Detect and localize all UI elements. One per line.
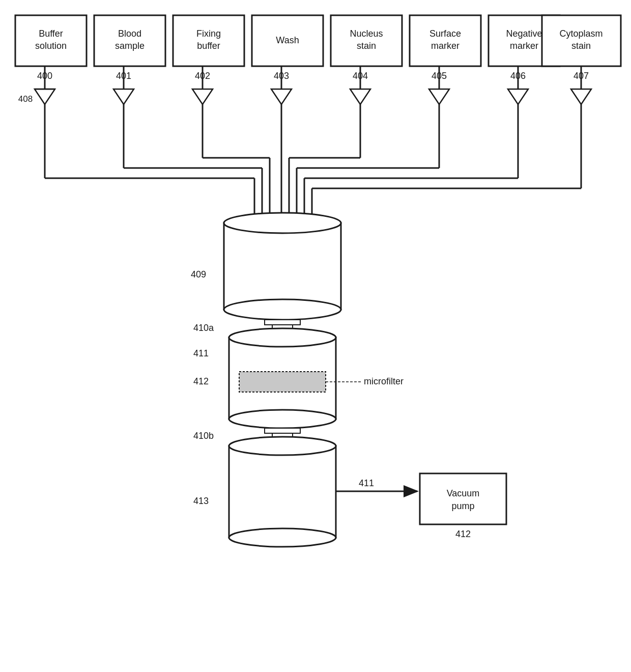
label-surface-marker: Surface — [429, 29, 461, 39]
diagram-container: Buffer solution Blood sample Fixing buff… — [0, 0, 631, 672]
num-410a: 410a — [193, 323, 214, 333]
label-vacuum-pump-2: pump — [451, 501, 474, 511]
connector-410a-top-flange — [265, 320, 300, 325]
label-buffer-solution-2: solution — [35, 41, 67, 51]
label-surface-marker-2: marker — [431, 41, 460, 51]
cylinder-413-top — [229, 437, 336, 455]
num-409: 409 — [191, 269, 206, 279]
valve-404 — [350, 89, 370, 104]
connector-410b-top-flange — [265, 428, 300, 433]
valve-406 — [508, 89, 528, 104]
label-wash: Wash — [276, 35, 299, 45]
num-412: 412 — [193, 376, 209, 386]
label-vacuum-pump: Vacuum — [447, 488, 480, 498]
cylinder-411-top — [229, 328, 336, 347]
num-411-pump-line: 411 — [359, 478, 374, 488]
cylinder-409-body — [224, 223, 341, 310]
num-411: 411 — [193, 348, 209, 358]
label-blood-sample-2: sample — [115, 41, 145, 51]
cylinder-409-bottom — [224, 299, 341, 320]
label-nucleus-stain: Nucleus — [350, 29, 383, 39]
box-vacuum-pump — [420, 473, 506, 524]
valve-401 — [113, 89, 134, 104]
label-cytoplasm-stain: Cytoplasm — [559, 29, 603, 39]
label-buffer-solution: Buffer — [39, 29, 63, 39]
valve-403 — [271, 89, 292, 104]
num-408: 408 — [18, 94, 33, 104]
label-nucleus-stain-2: stain — [357, 41, 376, 51]
microfilter-element — [239, 372, 326, 392]
valve-408 — [35, 89, 55, 104]
cylinder-413-body — [229, 446, 336, 538]
valve-407 — [571, 89, 591, 104]
cylinder-411-bottom — [229, 410, 336, 428]
num-410b: 410b — [193, 431, 214, 441]
cylinder-413-bottom — [229, 528, 336, 547]
num-412-pump: 412 — [455, 529, 471, 539]
valve-402 — [192, 89, 213, 104]
label-fixing-buffer-2: buffer — [197, 41, 220, 51]
cylinder-409-top — [224, 213, 341, 233]
label-fixing-buffer: Fixing — [196, 29, 221, 39]
label-cytoplasm-stain-2: stain — [571, 41, 591, 51]
label-negative-marker: Negative — [506, 29, 542, 39]
num-413: 413 — [193, 496, 209, 506]
label-blood-sample: Blood — [118, 29, 141, 39]
label-negative-marker-2: marker — [510, 41, 538, 51]
valve-405 — [429, 89, 449, 104]
label-microfilter: microfilter — [364, 376, 404, 386]
